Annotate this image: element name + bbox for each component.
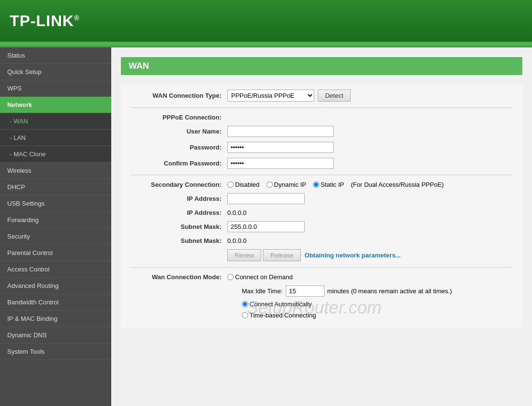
wan-connection-type-label: WAN Connection Type:	[131, 92, 227, 99]
time-based-connecting-row: Time-based Connecting	[242, 312, 513, 319]
sidebar-item-ip-mac-binding[interactable]: IP & MAC Binding	[0, 311, 111, 327]
sidebar-item-quick-setup[interactable]: Quick Setup	[0, 64, 111, 80]
connect-on-demand-option: Connect on Demand	[227, 273, 293, 281]
ip-address-display-row: IP Address: 0.0.0.0	[131, 209, 513, 216]
form-area: WAN Connection Type: PPPoE/Russia PPPoE …	[121, 85, 522, 328]
sidebar-item-bandwidth-control[interactable]: Bandwidth Control	[0, 294, 111, 311]
max-idle-row: Max Idle Time: minutes (0 means remain a…	[242, 286, 513, 297]
sidebar-item-wan[interactable]: - WAN	[0, 113, 111, 130]
confirm-password-input[interactable]	[227, 158, 334, 169]
secondary-connection-row: Secondary Connection: Disabled Dynamic I…	[131, 181, 513, 188]
max-idle-label: Max Idle Time:	[242, 287, 283, 295]
confirm-password-row: Confirm Password:	[131, 158, 513, 169]
password-row: Password:	[131, 142, 513, 153]
sidebar-item-status[interactable]: Status	[0, 47, 111, 64]
radio-dynamic-ip-option: Dynamic IP	[266, 181, 306, 188]
confirm-password-label: Confirm Password:	[131, 160, 227, 167]
connect-automatically-label: Connect Automatically	[250, 301, 312, 308]
sidebar: Status Quick Setup WPS Network - WAN - L…	[0, 47, 111, 406]
divider-1	[131, 107, 513, 108]
header: TP-LINK®	[0, 0, 532, 44]
radio-disabled-label: Disabled	[235, 181, 260, 188]
time-based-connecting-option: Time-based Connecting	[242, 312, 316, 319]
content-area: WAN WAN Connection Type: PPPoE/Russia PP…	[111, 47, 532, 406]
time-based-label: Time-based Connecting	[250, 312, 316, 319]
subnet-mask-label-1: Subnet Mask:	[131, 223, 227, 230]
sidebar-item-advanced-routing[interactable]: Advanced Routing	[0, 278, 111, 294]
wan-connection-type-select[interactable]: PPPoE/Russia PPPoE Dynamic IP Static IP …	[227, 90, 314, 102]
radio-connect-automatically[interactable]	[242, 301, 248, 307]
password-input[interactable]	[227, 142, 334, 153]
ip-address-label-2: IP Address:	[131, 209, 227, 216]
sidebar-item-system-tools[interactable]: System Tools	[0, 344, 111, 360]
radio-static-ip[interactable]	[313, 181, 319, 188]
sidebar-item-forwarding[interactable]: Forwarding	[0, 212, 111, 228]
connect-automatically-row: Connect Automatically	[242, 301, 513, 308]
sidebar-item-lan[interactable]: - LAN	[0, 130, 111, 146]
ip-address-label-1: IP Address:	[131, 195, 227, 202]
password-label: Password:	[131, 144, 227, 151]
sidebar-item-usb-settings[interactable]: USB Settings	[0, 195, 111, 212]
sidebar-item-dhcp[interactable]: DHCP	[0, 179, 111, 195]
subnet-mask-value-2: 0.0.0.0	[227, 237, 247, 244]
username-label: User Name:	[131, 128, 227, 135]
sidebar-item-dynamic-dns[interactable]: Dynamic DNS	[0, 327, 111, 344]
divider-3	[131, 267, 513, 268]
ip-address-input[interactable]	[227, 193, 305, 204]
sidebar-item-access-control[interactable]: Access Control	[0, 261, 111, 278]
sidebar-item-parental-control[interactable]: Parental Control	[0, 245, 111, 261]
username-input[interactable]	[227, 126, 334, 137]
radio-time-based[interactable]	[242, 312, 248, 318]
static-ip-note: (For Dual Access/Russia PPPoE)	[351, 181, 443, 188]
green-bar	[0, 44, 532, 47]
subnet-mask-input-row: Subnet Mask:	[131, 221, 513, 232]
renew-release-row: Renew Release Obtaining network paramete…	[131, 249, 513, 261]
divider-2	[131, 175, 513, 175]
content-wrapper: WAN WAN Connection Type: PPPoE/Russia PP…	[121, 57, 522, 328]
ip-address-input-row: IP Address:	[131, 193, 513, 204]
connect-automatically-option: Connect Automatically	[242, 301, 312, 308]
radio-connect-on-demand[interactable]	[227, 274, 234, 280]
page-title: WAN	[121, 57, 522, 75]
pppoe-connection-row: PPPoE Connection:	[131, 114, 513, 121]
max-idle-input[interactable]	[286, 286, 325, 297]
wan-connection-mode-row: Wan Connection Mode: Connect on Demand	[131, 273, 513, 281]
subnet-mask-display-row: Subnet Mask: 0.0.0.0	[131, 237, 513, 244]
pppoe-connection-label: PPPoE Connection:	[131, 114, 227, 121]
radio-dynamic-ip-label: Dynamic IP	[274, 181, 306, 188]
logo: TP-LINK®	[10, 12, 80, 30]
ip-address-value-2: 0.0.0.0	[227, 209, 247, 216]
secondary-connection-label: Secondary Connection:	[131, 181, 227, 188]
radio-static-ip-label: Static IP	[321, 181, 344, 188]
main-layout: Status Quick Setup WPS Network - WAN - L…	[0, 47, 532, 406]
radio-disabled-option: Disabled	[227, 181, 260, 188]
secondary-connection-options: Disabled Dynamic IP Static IP (For Dual …	[227, 181, 444, 188]
sidebar-item-wireless[interactable]: Wireless	[0, 163, 111, 179]
radio-dynamic-ip[interactable]	[266, 181, 273, 188]
renew-button[interactable]: Renew	[227, 249, 261, 261]
wan-connection-mode-label: Wan Connection Mode:	[131, 273, 227, 281]
sidebar-item-network[interactable]: Network	[0, 97, 111, 113]
sidebar-item-security[interactable]: Security	[0, 228, 111, 245]
detect-button[interactable]: Detect	[318, 90, 351, 102]
max-idle-note: minutes (0 means remain active at all ti…	[327, 287, 452, 295]
sidebar-item-wps[interactable]: WPS	[0, 80, 111, 97]
subnet-mask-label-2: Subnet Mask:	[131, 237, 227, 244]
sidebar-item-mac-clone[interactable]: - MAC Clone	[0, 146, 111, 163]
subnet-mask-input[interactable]	[227, 221, 305, 232]
username-row: User Name:	[131, 126, 513, 137]
obtaining-status: Obtaining network parameters...	[305, 252, 401, 259]
connect-on-demand-label: Connect on Demand	[235, 273, 293, 281]
wan-connection-type-row: WAN Connection Type: PPPoE/Russia PPPoE …	[131, 90, 513, 102]
radio-disabled[interactable]	[227, 181, 234, 188]
release-button[interactable]: Release	[263, 249, 301, 261]
radio-static-ip-option: Static IP	[313, 181, 344, 188]
